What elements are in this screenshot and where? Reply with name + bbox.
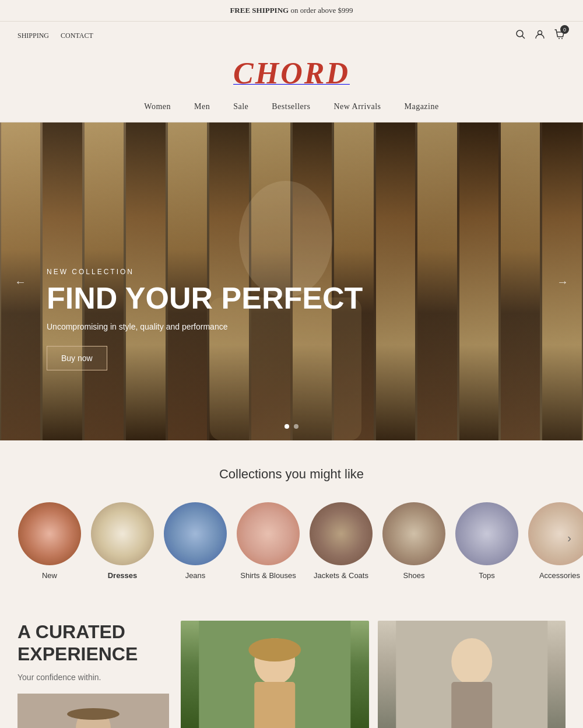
hero-dot-1[interactable] (285, 424, 289, 429)
curated-title: A CURATEDEXPERIENCE (17, 621, 163, 666)
collection-dresses[interactable]: Dresses (90, 502, 154, 580)
hero-subtitle: NEW COLLECTION (47, 268, 363, 276)
nav-bestsellers[interactable]: Bestsellers (272, 102, 310, 111)
account-button[interactable] (535, 29, 545, 43)
curated-woman-left-svg (181, 621, 369, 728)
collections-section: Collections you might like New Dresses J… (0, 440, 583, 597)
collection-shirts-image (237, 502, 300, 565)
search-button[interactable] (515, 29, 526, 43)
curated-image-left-bg (181, 621, 369, 728)
hero-title: FIND YOUR PERFECT (47, 282, 363, 315)
collections-next-button[interactable]: › (567, 531, 571, 545)
curated-images (181, 621, 566, 728)
collection-jeans-image (164, 502, 227, 565)
collection-jeans-label: Jeans (185, 571, 206, 580)
collection-jeans[interactable]: Jeans (163, 502, 227, 580)
cart-button-wrap: 0 (554, 29, 566, 43)
nav-sale[interactable]: Sale (233, 102, 248, 111)
hero-dot-2[interactable] (294, 424, 298, 429)
svg-point-4 (561, 38, 563, 39)
product-thumbnail-svg (17, 694, 169, 728)
collection-new[interactable]: New (17, 502, 82, 580)
nav-men[interactable]: Men (194, 102, 210, 111)
collection-jackets[interactable]: Jackets & Coats (309, 502, 373, 580)
collection-new-image (18, 502, 81, 565)
product-thumbnail (17, 694, 169, 728)
utility-nav-icons: 0 (515, 29, 566, 43)
hero-description: Uncompromising in style, quality and per… (47, 322, 363, 331)
svg-point-16 (451, 638, 492, 685)
svg-rect-14 (254, 682, 295, 728)
hero-next-button[interactable]: → (557, 275, 568, 288)
svg-point-0 (517, 30, 523, 37)
collection-shoes[interactable]: Shoes (382, 502, 446, 580)
nav-magazine[interactable]: Magazine (404, 102, 438, 111)
curated-image-right-bg (378, 621, 566, 728)
svg-point-3 (559, 38, 560, 39)
curated-woman-right-svg (378, 621, 566, 728)
logo: CHORD (233, 57, 350, 90)
hero-content: NEW COLLECTION FIND YOUR PERFECT Uncompr… (47, 268, 363, 370)
collection-dresses-label: Dresses (108, 571, 138, 580)
contact-link[interactable]: CONTACT (61, 32, 93, 40)
collection-shirts[interactable]: Shirts & Blouses (236, 502, 300, 580)
announcement-bar: FREE SHIPPING on order above $999 (0, 0, 583, 22)
collections-title: Collections you might like (17, 467, 566, 482)
collection-new-label: New (42, 571, 57, 580)
hero-dots (285, 424, 298, 429)
collection-accessories-label: Accessories (539, 571, 580, 580)
curated-image-right (378, 621, 566, 728)
collection-shoes-image (382, 502, 445, 565)
collection-jackets-label: Jackets & Coats (314, 571, 368, 580)
shipping-link[interactable]: SHIPPING (17, 32, 49, 40)
hero-prev-button[interactable]: ← (15, 275, 26, 288)
logo-bar: CHORD (0, 50, 583, 93)
logo-link[interactable]: CHORD (233, 75, 350, 85)
collection-accessories-image (528, 502, 583, 565)
collection-tops-image (455, 502, 518, 565)
collection-accessories[interactable]: Accessories (528, 502, 583, 580)
svg-point-13 (248, 638, 301, 662)
search-icon (515, 29, 526, 40)
utility-nav: SHIPPING CONTACT 0 (0, 22, 583, 50)
nav-new-arrivals[interactable]: New Arrivals (333, 102, 381, 111)
product-thumbnail-wrap: 20% (17, 694, 169, 728)
hero-cta-button[interactable]: Buy now (47, 346, 107, 370)
collections-row: New Dresses Jeans Shirts & Blouses Jacke… (17, 502, 566, 580)
svg-point-10 (67, 708, 120, 720)
collection-shirts-label: Shirts & Blouses (240, 571, 296, 580)
nav-women[interactable]: Women (144, 102, 171, 111)
svg-line-1 (522, 36, 525, 39)
announcement-suffix: on order above $999 (289, 6, 353, 15)
utility-nav-links: SHIPPING CONTACT (17, 32, 93, 40)
curated-left: A CURATEDEXPERIENCE Your confidence with… (17, 621, 181, 728)
curated-description: Your confidence within. (17, 673, 163, 682)
collection-tops[interactable]: Tops (455, 502, 519, 580)
hero-slider: NEW COLLECTION FIND YOUR PERFECT Uncompr… (0, 123, 583, 440)
curated-section: A CURATEDEXPERIENCE Your confidence with… (0, 597, 583, 728)
collection-dresses-image (91, 502, 154, 565)
svg-rect-17 (451, 682, 492, 728)
collection-shoes-label: Shoes (403, 571, 425, 580)
curated-image-left (181, 621, 369, 728)
collection-jackets-image (310, 502, 373, 565)
main-nav: Women Men Sale Bestsellers New Arrivals … (0, 93, 583, 123)
announcement-text: FREE SHIPPING (230, 6, 289, 15)
account-icon (535, 29, 545, 40)
collection-tops-label: Tops (479, 571, 494, 580)
cart-count: 0 (560, 25, 569, 34)
